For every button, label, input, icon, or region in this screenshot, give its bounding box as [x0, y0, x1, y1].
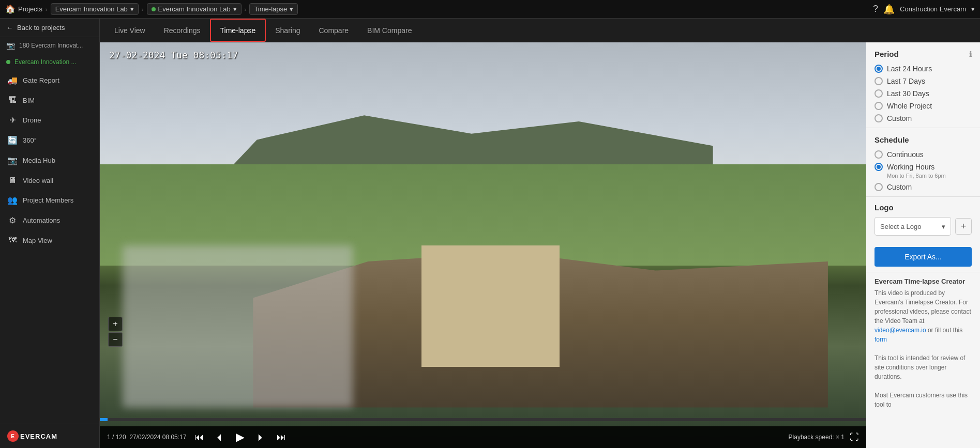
project-name: Evercam Innovation Lab — [55, 5, 128, 13]
schedule-radio-continuous — [875, 150, 883, 159]
logo-placeholder: Select a Logo — [880, 223, 922, 230]
period-option-last-24h[interactable]: Last 24 Hours — [875, 65, 972, 73]
sidebar-item-media-hub[interactable]: 📷 Media Hub — [0, 150, 99, 171]
building-shape — [421, 245, 560, 367]
rewind-fast-button[interactable]: ⏮ — [191, 431, 207, 444]
sidebar-item-360[interactable]: 🔄 360° — [0, 130, 99, 150]
sidebar-item-label-project-members: Project Members — [23, 196, 73, 204]
schedule-radio-working-hours — [875, 163, 883, 171]
sidebar-camera-1[interactable]: 📷 180 Evercam Innovat... — [0, 37, 99, 54]
projects-link[interactable]: 🏠 Projects — [5, 4, 42, 14]
period-radio-last-7d — [875, 77, 883, 85]
sidebar-item-label-gate-report: Gate Report — [23, 76, 59, 84]
camera-label-1: 180 Evercam Innovat... — [19, 42, 83, 49]
sidebar-logo: E EVERCAM — [0, 424, 99, 448]
tab-timelapse[interactable]: Time-lapse — [210, 19, 266, 42]
project-dropdown[interactable]: Evercam Innovation Lab ▾ — [51, 3, 139, 15]
schedule-radio-custom — [875, 183, 883, 191]
sidebar-item-video-wall[interactable]: 🖥 Video wall — [0, 171, 99, 190]
sidebar-item-label-360: 360° — [23, 136, 37, 144]
tab-bim-compare[interactable]: BIM Compare — [358, 19, 421, 42]
schedule-option-custom[interactable]: Custom — [875, 183, 972, 191]
logo-dropdown-arrow: ▾ — [942, 223, 945, 230]
tab-live-view[interactable]: Live View — [105, 19, 155, 42]
timelapse-info-text: This video is produced by Evercam's Time… — [875, 288, 972, 344]
content-area: Live View Recordings Time-lapse Sharing … — [100, 19, 980, 448]
sidebar-item-bim[interactable]: 🏗 BIM — [0, 90, 99, 110]
period-option-last-30d[interactable]: Last 30 Days — [875, 89, 972, 98]
tab-sharing[interactable]: Sharing — [266, 19, 309, 42]
sidebar-item-automations[interactable]: ⚙ Automations — [0, 210, 99, 230]
timelapse-form-link[interactable]: form — [875, 336, 887, 343]
sidebar-item-label-video-wall: Video wall — [23, 177, 53, 184]
logo-dropdown[interactable]: Select a Logo ▾ — [875, 217, 951, 236]
notifications-button[interactable]: 🔔 — [883, 4, 895, 15]
back-to-projects[interactable]: ← Back to projects — [0, 19, 99, 37]
gate-report-icon: 🚚 — [7, 75, 18, 85]
top-bar: 🏠 Projects › Evercam Innovation Lab ▾ › … — [0, 0, 980, 19]
sidebar-item-map-view[interactable]: 🗺 Map View — [0, 230, 99, 250]
logo-add-button[interactable]: + — [955, 218, 972, 235]
sidebar-item-label-bim: BIM — [23, 97, 35, 104]
frame-info: 1 / 120 27/02/2024 08:05:17 — [107, 434, 186, 441]
logo-section: Logo Select a Logo ▾ + — [866, 197, 980, 242]
schedule-radio-group: Continuous Working Hours Mon to Fri, 8am… — [875, 150, 972, 191]
sidebar-item-label-media-hub: Media Hub — [23, 157, 55, 164]
period-option-whole-project[interactable]: Whole Project — [875, 102, 972, 110]
zoom-in-button[interactable]: + — [108, 317, 123, 331]
page-dropdown[interactable]: Time-lapse ▾ — [249, 3, 298, 15]
back-label: Back to projects — [17, 24, 65, 32]
sidebar-item-gate-report[interactable]: 🚚 Gate Report — [0, 70, 99, 90]
breadcrumb-chevron-1: › — [46, 6, 48, 12]
breadcrumb-chevron-3: › — [245, 6, 247, 12]
active-camera-dot — [6, 60, 10, 64]
projects-label: Projects — [18, 5, 42, 13]
period-radio-custom — [875, 114, 883, 122]
schedule-option-continuous[interactable]: Continuous — [875, 150, 972, 159]
zoom-controls: + − — [108, 317, 123, 347]
top-bar-right: ? 🔔 Construction Evercam ▾ — [873, 4, 975, 15]
account-dropdown-arrow: ▾ — [971, 5, 975, 13]
schedule-section: Schedule Continuous Working Hours Mon to… — [866, 128, 980, 197]
sidebar-camera-2[interactable]: Evercam Innovation ... — [0, 54, 99, 70]
period-option-custom[interactable]: Custom — [875, 114, 972, 122]
camera-label-2: Evercam Innovation ... — [14, 58, 76, 66]
period-section-title: Period ℹ — [875, 50, 972, 58]
video-timestamp: 27-02-2024 Tue 08:05:17 — [109, 50, 238, 60]
sidebar-item-drone[interactable]: ✈ Drone — [0, 110, 99, 130]
forward-button[interactable]: ⏵ — [253, 431, 268, 444]
rewind-button[interactable]: ⏴ — [212, 431, 228, 444]
breadcrumb-chevron-2: › — [142, 6, 144, 12]
page-name: Time-lapse — [254, 5, 287, 13]
schedule-section-title: Schedule — [875, 135, 972, 144]
logo-section-title: Logo — [875, 203, 972, 212]
timelapse-email-link[interactable]: video@evercam.io — [875, 327, 926, 334]
camera-name: Evercam Innovation Lab — [158, 5, 231, 13]
export-button[interactable]: Export As... — [875, 247, 972, 267]
video-progress-bar[interactable] — [100, 418, 866, 421]
sidebar: ← Back to projects 📷 180 Evercam Innovat… — [0, 19, 100, 448]
period-info-icon[interactable]: ℹ — [969, 50, 972, 58]
tab-recordings[interactable]: Recordings — [155, 19, 210, 42]
project-dropdown-arrow: ▾ — [130, 5, 134, 13]
back-arrow-icon: ← — [6, 24, 13, 32]
page-dropdown-arrow: ▾ — [290, 5, 293, 13]
play-button[interactable]: ▶ — [233, 429, 248, 445]
timelapse-info-title: Evercam Time-lapse Creator — [875, 277, 972, 285]
fullscreen-button[interactable]: ⛶ — [850, 432, 859, 443]
sidebar-item-label-automations: Automations — [23, 217, 60, 224]
sidebar-item-project-members[interactable]: 👥 Project Members — [0, 190, 99, 210]
period-radio-group: Last 24 Hours Last 7 Days Last 30 Days — [875, 65, 972, 122]
period-option-last-7d[interactable]: Last 7 Days — [875, 77, 972, 85]
main-layout: ← Back to projects 📷 180 Evercam Innovat… — [0, 19, 980, 448]
schedule-option-working-hours[interactable]: Working Hours — [875, 163, 972, 171]
camera-status-dot — [152, 7, 156, 11]
forward-fast-button[interactable]: ⏭ — [274, 431, 289, 444]
tab-compare[interactable]: Compare — [310, 19, 358, 42]
help-button[interactable]: ? — [873, 4, 878, 14]
zoom-out-button[interactable]: − — [108, 332, 123, 347]
timelapse-footer2: Most Evercam customers use this tool to — [875, 391, 972, 409]
period-section: Period ℹ Last 24 Hours Last 7 Days — [866, 42, 980, 128]
camera-dropdown[interactable]: Evercam Innovation Lab ▾ — [147, 3, 242, 15]
drone-icon: ✈ — [7, 115, 18, 125]
